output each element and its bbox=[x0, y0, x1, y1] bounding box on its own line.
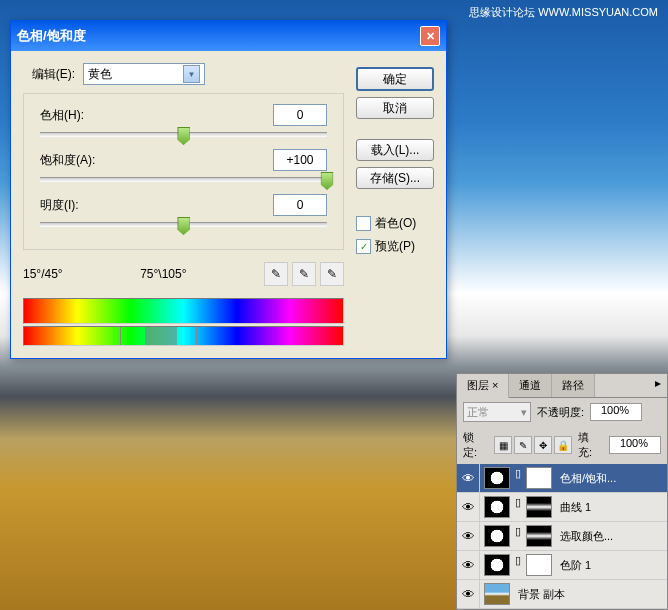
range-right: 75°\105° bbox=[140, 267, 186, 281]
load-button[interactable]: 载入(L)... bbox=[356, 139, 434, 161]
layers-panel: 图层 × 通道 路径 ▸ 正常▾ 不透明度: 100% 锁定: ▦ ✎ ✥ 🔒 … bbox=[456, 373, 668, 610]
layer-row[interactable]: 👁 ▯ 选取颜色... bbox=[457, 522, 667, 551]
lock-all-icon[interactable]: 🔒 bbox=[554, 436, 572, 454]
layer-name: 选取颜色... bbox=[556, 529, 613, 544]
link-icon[interactable]: ▯ bbox=[512, 467, 524, 489]
edit-combo[interactable]: 黄色 ▼ bbox=[83, 63, 205, 85]
tab-channels[interactable]: 通道 bbox=[509, 374, 552, 397]
visibility-icon[interactable]: 👁 bbox=[457, 580, 480, 608]
mask-thumb bbox=[526, 554, 552, 576]
eyedropper-icon[interactable]: ✎ bbox=[264, 262, 288, 286]
colorize-checkbox[interactable] bbox=[356, 216, 371, 231]
lightness-slider[interactable] bbox=[40, 222, 327, 227]
layer-name: 色相/饱和... bbox=[556, 471, 616, 486]
visibility-icon[interactable]: 👁 bbox=[457, 522, 480, 550]
eyedropper-minus-icon[interactable]: ✎ bbox=[320, 262, 344, 286]
dialog-title: 色相/饱和度 bbox=[17, 27, 86, 45]
colorize-label: 着色(O) bbox=[375, 215, 416, 232]
chevron-down-icon: ▼ bbox=[183, 65, 200, 83]
layer-name: 色阶 1 bbox=[556, 558, 591, 573]
layer-row[interactable]: 👁 背景 副本 bbox=[457, 580, 667, 609]
adjustment-thumb bbox=[484, 525, 510, 547]
spectrum-bottom[interactable] bbox=[23, 326, 344, 346]
link-icon[interactable]: ▯ bbox=[512, 525, 524, 547]
layer-name: 背景 副本 bbox=[514, 587, 565, 602]
ok-button[interactable]: 确定 bbox=[356, 67, 434, 91]
mask-thumb bbox=[526, 525, 552, 547]
adjustment-thumb bbox=[484, 496, 510, 518]
layer-list: 👁 ▯ 色相/饱和... 👁 ▯ 曲线 1 👁 ▯ 选取颜色... 👁 ▯ 色阶… bbox=[457, 464, 667, 609]
cancel-button[interactable]: 取消 bbox=[356, 97, 434, 119]
save-button[interactable]: 存储(S)... bbox=[356, 167, 434, 189]
layer-row[interactable]: 👁 ▯ 色阶 1 bbox=[457, 551, 667, 580]
visibility-icon[interactable]: 👁 bbox=[457, 551, 480, 579]
titlebar[interactable]: 色相/饱和度 ✕ bbox=[11, 21, 446, 51]
slider-thumb[interactable] bbox=[177, 127, 190, 145]
opacity-input[interactable]: 100% bbox=[590, 403, 642, 421]
range-marker[interactable] bbox=[196, 327, 197, 345]
link-icon[interactable]: ▯ bbox=[512, 554, 524, 576]
edit-label: 编辑(E): bbox=[23, 66, 75, 83]
hue-saturation-dialog: 色相/饱和度 ✕ 编辑(E): 黄色 ▼ 色相(H): bbox=[10, 20, 447, 359]
slider-thumb[interactable] bbox=[177, 217, 190, 235]
adjustment-thumb bbox=[484, 554, 510, 576]
visibility-icon[interactable]: 👁 bbox=[457, 464, 480, 492]
image-thumb bbox=[484, 583, 510, 605]
layer-name: 曲线 1 bbox=[556, 500, 591, 515]
tab-layers[interactable]: 图层 × bbox=[457, 374, 509, 398]
layer-row[interactable]: 👁 ▯ 曲线 1 bbox=[457, 493, 667, 522]
panel-menu-icon[interactable]: ▸ bbox=[649, 374, 667, 397]
mask-thumb bbox=[526, 496, 552, 518]
saturation-label: 饱和度(A): bbox=[40, 152, 110, 169]
edit-value: 黄色 bbox=[88, 66, 112, 83]
range-band[interactable] bbox=[145, 327, 177, 345]
hue-slider[interactable] bbox=[40, 132, 327, 137]
layer-row[interactable]: 👁 ▯ 色相/饱和... bbox=[457, 464, 667, 493]
watermark: 思缘设计论坛 WWW.MISSYUAN.COM bbox=[469, 5, 658, 20]
tab-paths[interactable]: 路径 bbox=[552, 374, 595, 397]
range-marker[interactable] bbox=[120, 327, 121, 345]
lock-paint-icon[interactable]: ✎ bbox=[514, 436, 532, 454]
lightness-input[interactable] bbox=[273, 194, 327, 216]
saturation-input[interactable] bbox=[273, 149, 327, 171]
hue-input[interactable] bbox=[273, 104, 327, 126]
hue-label: 色相(H): bbox=[40, 107, 110, 124]
opacity-label: 不透明度: bbox=[537, 405, 584, 420]
saturation-slider[interactable] bbox=[40, 177, 327, 182]
preview-label: 预览(P) bbox=[375, 238, 415, 255]
link-icon[interactable]: ▯ bbox=[512, 496, 524, 518]
close-button[interactable]: ✕ bbox=[420, 26, 440, 46]
preview-checkbox[interactable]: ✓ bbox=[356, 239, 371, 254]
adjustment-thumb bbox=[484, 467, 510, 489]
range-left: 15°/45° bbox=[23, 267, 63, 281]
visibility-icon[interactable]: 👁 bbox=[457, 493, 480, 521]
slider-thumb[interactable] bbox=[321, 172, 334, 190]
lock-transparency-icon[interactable]: ▦ bbox=[494, 436, 512, 454]
lightness-label: 明度(I): bbox=[40, 197, 110, 214]
lock-label: 锁定: bbox=[463, 430, 488, 460]
spectrum-top bbox=[23, 298, 344, 324]
blend-mode-combo[interactable]: 正常▾ bbox=[463, 402, 531, 422]
lock-position-icon[interactable]: ✥ bbox=[534, 436, 552, 454]
eyedropper-plus-icon[interactable]: ✎ bbox=[292, 262, 316, 286]
fill-label: 填充: bbox=[578, 430, 603, 460]
mask-thumb bbox=[526, 467, 552, 489]
fill-input[interactable]: 100% bbox=[609, 436, 661, 454]
